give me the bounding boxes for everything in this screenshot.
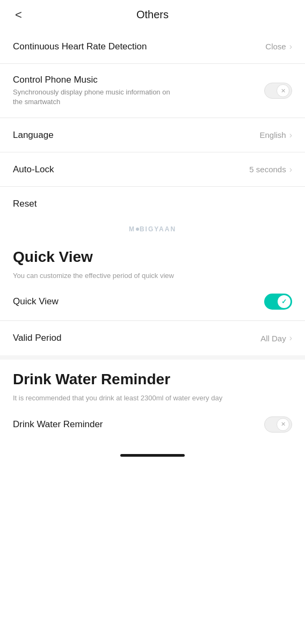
quick-view-title: Quick View [13,248,292,266]
toggle-thumb: ✓ [278,295,291,308]
drink-water-row[interactable]: Drink Water Reminder ✕ [0,406,305,443]
quick-view-toggle[interactable]: ✓ [264,294,292,310]
quick-view-heading: Quick View You can customize the effecti… [0,237,305,283]
heart-rate-value: Close › [265,42,292,52]
watermark: MBIGYAAN [0,221,305,237]
drink-water-label: Drink Water Reminder [13,419,103,429]
auto-lock-value: 5 seconds › [249,165,292,174]
language-label: Language [13,130,54,140]
settings-section: Continuous Heart Rate Detection Close › … [0,30,305,221]
reset-row[interactable]: Reset [0,187,305,221]
toggle-thumb: ✕ [277,418,289,431]
auto-lock-row[interactable]: Auto-Lock 5 seconds › [0,152,305,187]
drink-water-title: Drink Water Reminder [13,370,292,389]
quick-view-label: Quick View [13,296,59,306]
reset-label: Reset [13,199,37,209]
drink-water-heading: Drink Water Reminder It is recommended t… [0,360,305,405]
phone-music-toggle[interactable]: ✕ [264,83,292,99]
valid-period-row[interactable]: Valid Period All Day › [0,321,305,355]
valid-period-label: Valid Period [13,333,61,343]
heart-rate-label: Continuous Heart Rate Detection [13,41,147,52]
header: < Others [0,0,305,30]
back-button[interactable]: < [11,6,26,24]
heart-rate-row[interactable]: Continuous Heart Rate Detection Close › [0,30,305,64]
section-divider [0,355,305,360]
chevron-right-icon: › [289,42,292,52]
language-row[interactable]: Language English › [0,118,305,152]
phone-music-row[interactable]: Control Phone Music Synchronously displa… [0,64,305,118]
phone-music-sublabel: Synchronously display phone music inform… [13,87,174,107]
drink-water-toggle[interactable]: ✕ [264,416,292,433]
quick-view-row[interactable]: Quick View ✓ [0,283,305,321]
dot-icon [136,228,139,231]
valid-period-value: All Day › [260,333,292,343]
quick-view-section: Quick View ✓ Valid Period All Day › [0,283,305,355]
drink-water-desc: It is recommended that you drink at leas… [13,393,292,404]
language-value: English › [259,130,292,140]
bottom-indicator [0,443,305,462]
quick-view-desc: You can customize the effective period o… [13,270,292,281]
drink-water-section: Drink Water Reminder ✕ [0,406,305,443]
page-title: Others [136,9,169,21]
phone-music-label: Control Phone Music [13,75,264,85]
home-bar [120,454,185,457]
toggle-thumb: ✕ [277,84,289,97]
chevron-right-icon: › [289,165,292,174]
auto-lock-label: Auto-Lock [13,164,54,174]
chevron-right-icon: › [289,333,292,343]
chevron-right-icon: › [289,130,292,140]
